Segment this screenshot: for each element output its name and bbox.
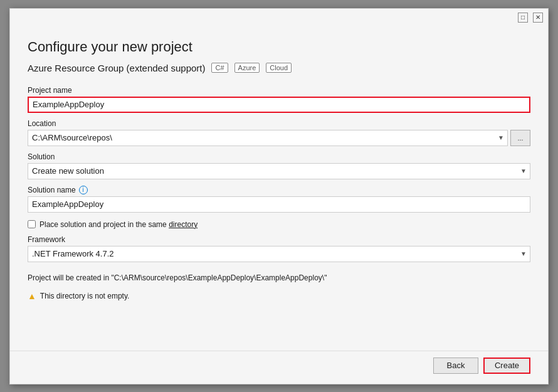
footer: Back Create: [10, 351, 548, 384]
same-directory-row: Place solution and project in the same d…: [28, 220, 530, 229]
dialog-window: □ ✕ Configure your new project Azure Res…: [9, 8, 549, 384]
same-directory-label: Place solution and project in the same d…: [39, 220, 197, 229]
badge-cloud: Cloud: [266, 63, 292, 73]
create-button[interactable]: Create: [483, 358, 530, 374]
main-content: Configure your new project Azure Resourc…: [10, 26, 548, 351]
solution-label: Solution: [28, 152, 530, 161]
location-label: Location: [28, 119, 530, 128]
close-button[interactable]: ✕: [533, 13, 543, 23]
solution-select[interactable]: Create new solution: [28, 163, 530, 179]
project-name-label: Project name: [28, 86, 530, 95]
minimize-button[interactable]: □: [518, 13, 528, 23]
title-bar: □ ✕: [10, 9, 548, 26]
project-name-input[interactable]: [28, 97, 530, 113]
solution-name-label-row: Solution name i: [28, 186, 530, 194]
project-name-group: Project name: [28, 86, 530, 113]
badge-azure: Azure: [234, 63, 260, 73]
form-section: Project name Location C:\ARM\source\repo…: [28, 86, 530, 341]
back-button[interactable]: Back: [433, 358, 478, 374]
subtitle-text: Azure Resource Group (extended support): [28, 63, 205, 73]
framework-select-wrapper: .NET Framework 4.7.2 ▼: [28, 246, 530, 262]
solution-name-label: Solution name: [28, 186, 76, 194]
location-input-wrapper: C:\ARM\source\repos\ ▼: [28, 130, 508, 146]
subtitle-row: Azure Resource Group (extended support) …: [28, 63, 530, 73]
solution-group: Solution Create new solution ▼: [28, 152, 530, 179]
page-title: Configure your new project: [28, 39, 530, 55]
solution-name-info-icon: i: [79, 186, 88, 194]
framework-select[interactable]: .NET Framework 4.7.2: [28, 246, 530, 262]
solution-name-input[interactable]: [28, 196, 530, 213]
solution-select-wrapper: Create new solution ▼: [28, 163, 530, 179]
badge-csharp: C#: [211, 63, 228, 73]
framework-label: Framework: [28, 235, 530, 244]
project-path-info: Project will be created in "C:\ARM\sourc…: [28, 273, 530, 282]
solution-name-group: Solution name i: [28, 186, 530, 213]
location-group: Location C:\ARM\source\repos\ ▼ ...: [28, 119, 530, 146]
framework-group: Framework .NET Framework 4.7.2 ▼: [28, 235, 530, 262]
same-directory-checkbox[interactable]: [28, 220, 36, 228]
warning-row: ▲ This directory is not empty.: [28, 291, 530, 301]
browse-button[interactable]: ...: [510, 130, 530, 146]
location-row: C:\ARM\source\repos\ ▼ ...: [28, 130, 530, 146]
warning-text: This directory is not empty.: [40, 292, 130, 300]
warning-icon: ▲: [28, 291, 36, 301]
location-select[interactable]: C:\ARM\source\repos\: [28, 130, 508, 146]
